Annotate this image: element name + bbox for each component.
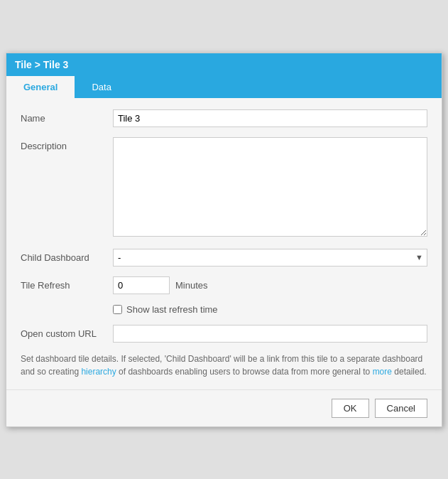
tab-data[interactable]: Data xyxy=(75,76,128,98)
refresh-row: Minutes xyxy=(113,276,427,294)
show-last-refresh-checkbox[interactable] xyxy=(113,305,122,314)
open-custom-url-control xyxy=(113,325,427,343)
dialog: Tile > Tile 3 General Data Name Descript… xyxy=(6,53,442,427)
dialog-tabs: General Data xyxy=(6,76,442,98)
name-label: Name xyxy=(21,109,113,124)
child-dashboard-row: Child Dashboard - ▼ xyxy=(21,249,427,267)
child-dashboard-control: - ▼ xyxy=(113,249,427,267)
child-dashboard-label: Child Dashboard xyxy=(21,249,113,263)
description-control xyxy=(113,137,427,239)
show-last-refresh-label[interactable]: Show last refresh time xyxy=(126,304,218,315)
minutes-label: Minutes xyxy=(175,280,208,291)
show-last-refresh-row: Show last refresh time xyxy=(113,304,427,315)
description-textarea[interactable] xyxy=(113,137,427,237)
more-link: more xyxy=(373,367,392,377)
dialog-body: Name Description Child Dashboard - ▼ xyxy=(6,98,442,389)
child-dashboard-select[interactable]: - xyxy=(113,249,427,267)
open-custom-url-input[interactable] xyxy=(113,325,427,343)
dialog-title: Tile > Tile 3 xyxy=(15,59,68,70)
hierarchy-link: hierarchy xyxy=(81,367,116,377)
ok-button[interactable]: OK xyxy=(332,399,369,418)
name-control xyxy=(113,109,427,127)
tile-refresh-row: Tile Refresh Minutes xyxy=(21,276,427,294)
cancel-button[interactable]: Cancel xyxy=(375,399,427,418)
open-custom-url-row: Open custom URL xyxy=(21,325,427,343)
dialog-titlebar: Tile > Tile 3 xyxy=(6,53,442,76)
tile-refresh-control: Minutes xyxy=(113,276,427,294)
info-text: Set dashboard tile details. If selected,… xyxy=(21,352,427,378)
dialog-footer: OK Cancel xyxy=(6,389,442,426)
name-row: Name xyxy=(21,109,427,127)
description-label: Description xyxy=(21,137,113,151)
name-input[interactable] xyxy=(113,109,427,127)
tile-refresh-label: Tile Refresh xyxy=(21,276,113,291)
open-custom-url-label: Open custom URL xyxy=(21,325,113,339)
child-dashboard-select-wrapper: - ▼ xyxy=(113,249,427,267)
tile-refresh-input[interactable] xyxy=(113,276,170,294)
tab-general[interactable]: General xyxy=(6,76,75,98)
description-row: Description xyxy=(21,137,427,239)
